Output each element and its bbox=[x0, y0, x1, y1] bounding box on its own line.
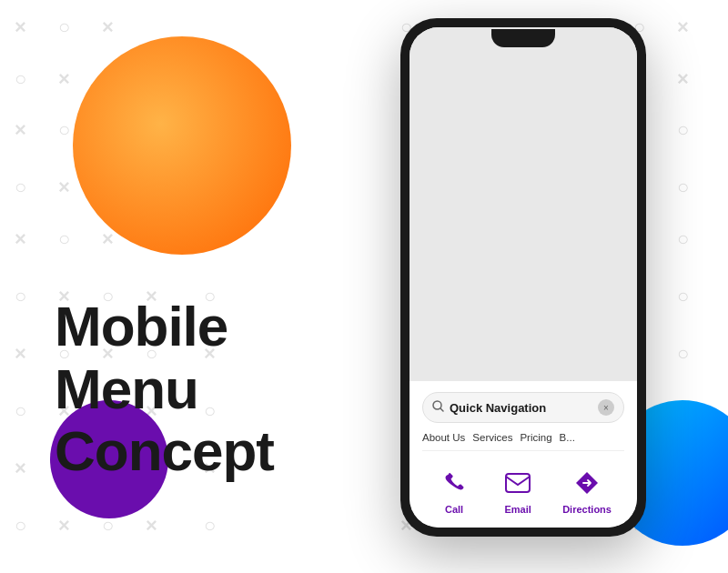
nav-item-about[interactable]: About Us bbox=[422, 432, 465, 443]
search-bar[interactable]: Quick Navigation × bbox=[422, 392, 624, 423]
screen-content-area bbox=[410, 27, 637, 381]
nav-items-list: About Us Services Pricing B... bbox=[422, 432, 624, 451]
phone-notch bbox=[491, 29, 555, 47]
nav-item-services[interactable]: Services bbox=[472, 432, 512, 443]
nav-item-more[interactable]: B... bbox=[560, 432, 575, 443]
phone-screen: Quick Navigation × About Us Services Pri… bbox=[410, 27, 637, 528]
action-buttons-row: Call Email bbox=[422, 462, 624, 515]
title-line2: Menu bbox=[55, 358, 274, 420]
orange-circle bbox=[73, 36, 291, 255]
call-button[interactable]: Call bbox=[435, 466, 473, 515]
svg-rect-2 bbox=[506, 474, 530, 492]
phone-body: Quick Navigation × About Us Services Pri… bbox=[400, 18, 646, 537]
screen-bottom-panel: Quick Navigation × About Us Services Pri… bbox=[410, 381, 637, 528]
main-title: Mobile Menu Concept bbox=[55, 296, 274, 482]
phone-icon bbox=[435, 466, 473, 500]
directions-label: Directions bbox=[562, 504, 612, 515]
email-icon bbox=[499, 466, 537, 500]
directions-icon bbox=[568, 466, 606, 500]
email-button[interactable]: Email bbox=[499, 466, 537, 515]
call-label: Call bbox=[445, 504, 463, 515]
phone-mockup: Quick Navigation × About Us Services Pri… bbox=[400, 18, 646, 537]
title-line1: Mobile bbox=[55, 296, 274, 357]
svg-line-1 bbox=[440, 408, 443, 411]
directions-button[interactable]: Directions bbox=[562, 466, 612, 515]
email-label: Email bbox=[504, 504, 531, 515]
title-line3: Concept bbox=[55, 420, 274, 482]
search-close-button[interactable]: × bbox=[598, 399, 614, 416]
nav-item-pricing[interactable]: Pricing bbox=[520, 432, 551, 443]
search-icon bbox=[432, 400, 444, 415]
search-label: Quick Navigation bbox=[450, 401, 598, 415]
